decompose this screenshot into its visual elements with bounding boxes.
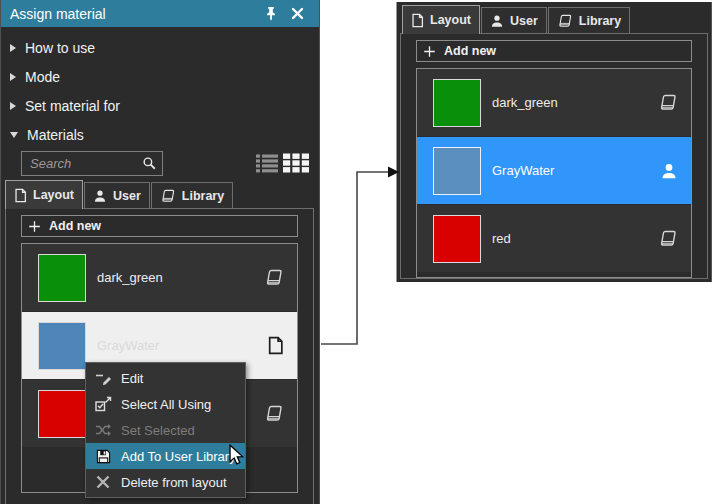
add-new-button[interactable]: Add new xyxy=(21,215,298,237)
menu-item-label: Set Selected xyxy=(121,423,195,438)
result-material-panel: Layout User Library Add new dark_green xyxy=(396,2,712,282)
page-icon xyxy=(267,336,284,355)
material-item-graywater[interactable]: GrayWater xyxy=(417,137,691,204)
chevron-right-icon xyxy=(10,73,16,81)
add-new-button[interactable]: Add new xyxy=(416,40,692,62)
section-how-to-use[interactable]: How to use xyxy=(1,33,319,62)
menu-item-edit[interactable]: Edit xyxy=(86,365,245,391)
menu-item-delete-from-layout[interactable]: Delete from layout xyxy=(86,469,245,495)
book-icon xyxy=(160,189,176,203)
tab-layout[interactable]: Layout xyxy=(402,5,480,34)
right-material-tabs: Layout User Library xyxy=(402,4,711,33)
tab-label: User xyxy=(113,189,141,203)
menu-item-label: Select All Using xyxy=(121,397,211,412)
tab-label: Library xyxy=(182,189,224,203)
material-item-dark-green[interactable]: dark_green xyxy=(417,69,691,136)
section-label: Mode xyxy=(25,69,60,85)
set-selected-icon xyxy=(94,423,112,437)
material-name: dark_green xyxy=(492,95,558,110)
section-mode[interactable]: Mode xyxy=(1,62,319,91)
close-icon xyxy=(291,7,304,20)
close-button[interactable] xyxy=(284,3,310,25)
menu-item-set-selected: Set Selected xyxy=(86,417,245,443)
page-icon xyxy=(411,13,424,28)
material-item-dark-green[interactable]: dark_green xyxy=(22,244,297,311)
tab-label: User xyxy=(510,14,538,28)
menu-item-label: Edit xyxy=(121,371,143,386)
tab-label: Layout xyxy=(33,188,74,202)
pin-button[interactable] xyxy=(258,3,284,25)
panel-title: Assign material xyxy=(10,6,258,22)
material-swatch xyxy=(433,215,481,263)
plus-icon xyxy=(423,45,436,58)
tab-layout[interactable]: Layout xyxy=(5,180,83,209)
book-icon xyxy=(658,230,678,247)
material-swatch xyxy=(38,322,86,370)
search-box[interactable] xyxy=(21,151,163,176)
material-name: GrayWater xyxy=(492,163,554,178)
material-context-menu: Edit Select All Using Set Selected xyxy=(85,362,246,498)
menu-item-label: Add To User Library xyxy=(121,449,236,464)
material-swatch xyxy=(38,254,86,302)
material-list: dark_green GrayWater red xyxy=(416,68,692,278)
book-icon xyxy=(557,14,573,28)
material-item-red[interactable]: red xyxy=(417,205,691,272)
tab-library[interactable]: Library xyxy=(548,7,630,33)
chevron-right-icon xyxy=(10,102,16,110)
plus-icon xyxy=(28,220,41,233)
material-name: dark_green xyxy=(97,270,163,285)
pin-icon xyxy=(264,6,278,21)
section-materials[interactable]: Materials xyxy=(1,120,319,149)
book-icon xyxy=(264,269,284,286)
section-label: How to use xyxy=(25,40,95,56)
grid-view-icon xyxy=(283,153,309,173)
search-input[interactable] xyxy=(30,156,142,171)
section-set-material-for[interactable]: Set material for xyxy=(1,91,319,120)
edit-icon xyxy=(94,371,112,385)
chevron-right-icon xyxy=(10,44,16,52)
tab-library[interactable]: Library xyxy=(151,182,233,208)
delete-icon xyxy=(94,475,112,489)
add-new-label: Add new xyxy=(444,44,496,58)
layout-tab-content: Add new dark_green GrayWater red xyxy=(400,33,708,279)
chevron-down-icon xyxy=(10,132,18,138)
tab-label: Layout xyxy=(430,13,471,27)
book-icon xyxy=(264,405,284,422)
left-material-tabs: Layout User Library xyxy=(5,179,319,208)
list-view-icon xyxy=(256,153,278,173)
search-row xyxy=(1,149,319,177)
add-new-label: Add new xyxy=(49,219,101,233)
save-icon xyxy=(94,449,112,464)
grid-view-button[interactable] xyxy=(283,153,309,173)
section-label: Materials xyxy=(27,127,84,143)
material-swatch xyxy=(433,79,481,127)
tab-label: Library xyxy=(579,14,621,28)
user-icon xyxy=(490,14,504,28)
search-icon xyxy=(142,156,157,171)
book-icon xyxy=(658,94,678,111)
material-swatch xyxy=(433,147,481,195)
menu-item-add-to-user-library[interactable]: Add To User Library xyxy=(86,443,245,469)
panel-titlebar: Assign material xyxy=(1,0,319,27)
menu-item-select-all-using[interactable]: Select All Using xyxy=(86,391,245,417)
tab-user[interactable]: User xyxy=(84,182,150,208)
material-name: GrayWater xyxy=(97,338,159,353)
user-icon xyxy=(660,162,678,180)
user-icon xyxy=(93,189,107,203)
menu-item-label: Delete from layout xyxy=(121,475,227,490)
section-label: Set material for xyxy=(25,98,120,114)
select-all-icon xyxy=(94,396,112,412)
page-icon xyxy=(14,188,27,203)
view-toggles xyxy=(256,153,309,173)
material-swatch xyxy=(38,390,86,438)
list-view-button[interactable] xyxy=(256,153,278,173)
material-name: red xyxy=(492,231,511,246)
tab-user[interactable]: User xyxy=(481,7,547,33)
